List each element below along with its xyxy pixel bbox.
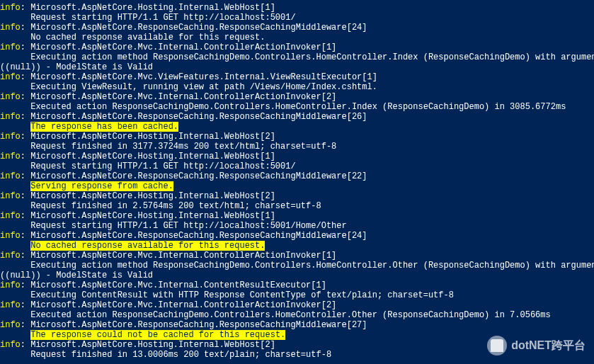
log-level: info xyxy=(0,171,21,181)
log-level: info xyxy=(0,300,21,310)
log-level: info xyxy=(0,72,21,82)
highlighted-message: The response has been cached. xyxy=(30,122,178,132)
log-level: info xyxy=(0,191,21,201)
log-level: info xyxy=(0,132,21,142)
log-message-line: Executing ViewResult, running view at pa… xyxy=(0,82,594,92)
log-message-line: Executed action ResponseCachingDemo.Cont… xyxy=(0,102,594,112)
log-category-line: info: Microsoft.AspNetCore.Mvc.Internal.… xyxy=(0,92,594,102)
log-message-line: ((null)) - ModelState is Valid xyxy=(0,271,594,280)
log-category: Microsoft.AspNetCore.Mvc.ViewFeatures.In… xyxy=(30,72,377,82)
highlighted-message: No cached response available for this re… xyxy=(30,241,265,251)
log-message-line: Executing action method ResponseCachingD… xyxy=(0,261,594,271)
console-output: info: Microsoft.AspNetCore.Hosting.Inter… xyxy=(0,3,594,360)
watermark: dotNET跨平台 xyxy=(487,336,586,356)
log-category-line: info: Microsoft.AspNetCore.ResponseCachi… xyxy=(0,171,594,181)
log-category-line: info: Microsoft.AspNetCore.ResponseCachi… xyxy=(0,23,594,33)
log-category: Microsoft.AspNetCore.Hosting.Internal.We… xyxy=(30,152,275,161)
log-level: info xyxy=(0,231,21,241)
highlighted-message: The response could not be cached for thi… xyxy=(30,330,285,340)
log-category: Microsoft.AspNetCore.Mvc.Internal.Contro… xyxy=(30,251,336,261)
log-message-line: The response has been cached. xyxy=(0,122,594,132)
log-level: info xyxy=(0,340,21,350)
log-level: info xyxy=(0,280,21,290)
log-message-line: Request starting HTTP/1.1 GET http://loc… xyxy=(0,221,594,231)
log-message-line: No cached response available for this re… xyxy=(0,241,594,251)
log-category: Microsoft.AspNetCore.ResponseCaching.Res… xyxy=(30,231,367,241)
highlighted-message: Serving response from cache. xyxy=(30,181,173,191)
log-message-line: No cached response available for this re… xyxy=(0,33,594,42)
log-level: info xyxy=(0,320,21,330)
log-message-line: Request starting HTTP/1.1 GET http://loc… xyxy=(0,161,594,171)
log-level: info xyxy=(0,3,21,13)
log-level: info xyxy=(0,42,21,52)
log-category: Microsoft.AspNetCore.ResponseCaching.Res… xyxy=(30,112,367,122)
log-category-line: info: Microsoft.AspNetCore.Mvc.Internal.… xyxy=(0,42,594,52)
log-category: Microsoft.AspNetCore.ResponseCaching.Res… xyxy=(30,171,367,181)
log-category: Microsoft.AspNetCore.ResponseCaching.Res… xyxy=(30,23,367,33)
log-level: info xyxy=(0,152,21,161)
log-category-line: info: Microsoft.AspNetCore.ResponseCachi… xyxy=(0,231,594,241)
log-category-line: info: Microsoft.AspNetCore.Hosting.Inter… xyxy=(0,211,594,221)
log-level: info xyxy=(0,112,21,122)
log-category-line: info: Microsoft.AspNetCore.Hosting.Inter… xyxy=(0,152,594,161)
log-message-line: Executing action method ResponseCachingD… xyxy=(0,52,594,62)
log-message-line: Request finished in 3177.3724ms 200 text… xyxy=(0,142,594,152)
watermark-text: dotNET跨平台 xyxy=(511,341,586,351)
log-category: Microsoft.AspNetCore.Mvc.Internal.Contro… xyxy=(30,300,336,310)
log-message-line: Request starting HTTP/1.1 GET http://loc… xyxy=(0,13,594,23)
log-level: info xyxy=(0,211,21,221)
log-message-line: Serving response from cache. xyxy=(0,181,594,191)
log-category: Microsoft.AspNetCore.Hosting.Internal.We… xyxy=(30,191,275,201)
log-category: Microsoft.AspNetCore.Mvc.Internal.Contro… xyxy=(30,42,336,52)
log-category-line: info: Microsoft.AspNetCore.ResponseCachi… xyxy=(0,112,594,122)
log-category: Microsoft.AspNetCore.Hosting.Internal.We… xyxy=(30,340,275,350)
log-category: Microsoft.AspNetCore.ResponseCaching.Res… xyxy=(30,320,367,330)
log-category: Microsoft.AspNetCore.Hosting.Internal.We… xyxy=(30,132,275,142)
log-category-line: info: Microsoft.AspNetCore.Hosting.Inter… xyxy=(0,191,594,201)
log-category-line: info: Microsoft.AspNetCore.Mvc.Internal.… xyxy=(0,251,594,261)
log-category-line: info: Microsoft.AspNetCore.Hosting.Inter… xyxy=(0,132,594,142)
log-message-line: ((null)) - ModelState is Valid xyxy=(0,62,594,72)
log-level: info xyxy=(0,23,21,33)
log-category-line: info: Microsoft.AspNetCore.Mvc.ViewFeatu… xyxy=(0,72,594,82)
log-category-line: info: Microsoft.AspNetCore.Mvc.Internal.… xyxy=(0,280,594,290)
log-message-line: Executed action ResponseCachingDemo.Cont… xyxy=(0,310,594,320)
log-category: Microsoft.AspNetCore.Mvc.Internal.Contro… xyxy=(30,92,336,102)
log-category: Microsoft.AspNetCore.Hosting.Internal.We… xyxy=(30,3,275,13)
log-category-line: info: Microsoft.AspNetCore.Mvc.Internal.… xyxy=(0,300,594,310)
log-category-line: info: Microsoft.AspNetCore.Hosting.Inter… xyxy=(0,3,594,13)
log-level: info xyxy=(0,251,21,261)
log-category: Microsoft.AspNetCore.Mvc.Internal.Conten… xyxy=(30,280,326,290)
wechat-icon xyxy=(487,336,507,356)
log-category: Microsoft.AspNetCore.Hosting.Internal.We… xyxy=(30,211,275,221)
log-category-line: info: Microsoft.AspNetCore.ResponseCachi… xyxy=(0,320,594,330)
log-level: info xyxy=(0,92,21,102)
log-message-line: Executing ContentResult with HTTP Respon… xyxy=(0,290,594,300)
log-message-line: Request finished in 2.5764ms 200 text/ht… xyxy=(0,201,594,211)
